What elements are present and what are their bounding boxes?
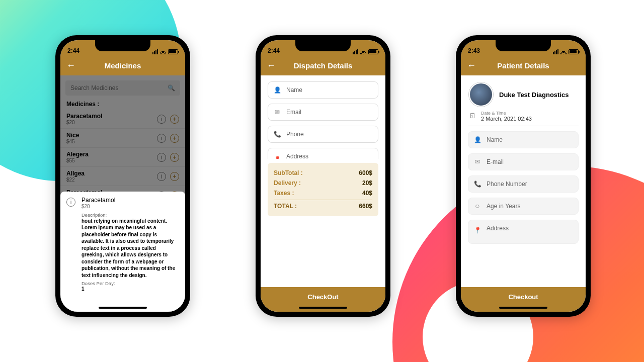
delivery-label: Delivery :	[274, 179, 301, 187]
description-label: Description:	[82, 212, 179, 218]
phone-icon: 📞	[473, 180, 481, 188]
taxes-label: Taxes :	[274, 190, 294, 197]
battery-icon	[569, 49, 579, 54]
wifi-icon	[560, 49, 567, 54]
phone-patient: 2:43 ← Patient Details Duke Test Diagnos…	[456, 35, 591, 317]
back-icon[interactable]: ←	[267, 61, 276, 70]
phone-field[interactable]: 📞Phone Number	[468, 175, 579, 193]
mail-icon: ✉	[273, 109, 281, 116]
delivery-value: 20$	[362, 179, 372, 187]
detail-price: $20	[82, 204, 179, 209]
email-field[interactable]: ✉E-mail	[468, 153, 579, 170]
status-time: 2:43	[468, 47, 480, 54]
age-field[interactable]: ☺Age in Years	[468, 198, 579, 215]
home-indicator	[299, 307, 347, 309]
address-field[interactable]: 📍Address	[268, 148, 378, 159]
email-field[interactable]: ✉Email	[268, 104, 378, 121]
page-title: Patient Details	[461, 61, 586, 70]
datetime-label: Date & Time	[481, 111, 532, 116]
org-header: Duke Test Diagnostics	[461, 75, 586, 111]
wifi-icon	[160, 49, 166, 54]
divider	[468, 126, 579, 126]
name-field[interactable]: 👤Name	[268, 81, 378, 99]
signal-icon	[553, 49, 558, 54]
avatar	[469, 82, 493, 107]
home-indicator	[499, 307, 547, 309]
back-icon[interactable]: ←	[467, 61, 476, 70]
page-title: Dispatch Details	[261, 61, 385, 70]
location-icon: 📍	[473, 227, 481, 234]
device-notch	[295, 40, 351, 51]
doses-value: 1	[82, 286, 179, 292]
battery-icon	[168, 49, 178, 54]
datetime-row: 🗓 Date & Time 2 March, 2021 02:43	[461, 111, 586, 124]
phone-dispatch: 2:44 ← Dispatch Details 👤Name ✉Email	[256, 35, 390, 317]
total-value: 660$	[359, 203, 372, 210]
device-notch	[496, 40, 551, 51]
page-title: Medicines	[60, 61, 185, 70]
total-label: TOTAL :	[274, 203, 297, 210]
datetime-value: 2 March, 2021 02:43	[481, 116, 532, 122]
detail-name: Paracetamol	[82, 197, 179, 204]
wifi-icon	[360, 49, 366, 54]
app-header: ← Dispatch Details	[261, 55, 385, 75]
home-indicator	[99, 307, 147, 309]
person-icon: 👤	[273, 86, 281, 94]
location-icon: 📍	[273, 156, 281, 159]
phone-field[interactable]: 📞Phone	[268, 126, 378, 143]
calendar-icon: 🗓	[469, 112, 476, 120]
description-text: hout relying on meaningful content. Lore…	[82, 218, 179, 279]
info-icon: i	[66, 198, 75, 207]
device-notch	[95, 40, 150, 51]
app-header: ← Patient Details	[461, 55, 586, 75]
phone-medicines: 2:44 ← Medicines 🔍 Medicines	[55, 35, 190, 317]
taxes-value: 40$	[362, 190, 372, 197]
medicine-detail-sheet: i Paracetamol $20 Description: hout rely…	[60, 192, 185, 312]
smile-icon: ☺	[473, 203, 481, 210]
back-icon[interactable]: ←	[66, 61, 75, 70]
battery-icon	[368, 49, 378, 54]
subtotal-label: SubTotal :	[274, 169, 303, 176]
mail-icon: ✉	[473, 158, 481, 165]
phone-icon: 📞	[273, 131, 281, 138]
address-field[interactable]: 📍Address	[468, 220, 579, 244]
doses-label: Doses Per Day:	[82, 281, 179, 286]
status-time: 2:44	[67, 47, 79, 54]
totals-box: SubTotal :600$ Delivery :20$ Taxes :40$ …	[268, 163, 378, 216]
person-icon: 👤	[473, 136, 481, 143]
status-time: 2:44	[268, 47, 280, 54]
signal-icon	[353, 49, 358, 54]
showcase: 2:44 ← Medicines 🔍 Medicines	[0, 0, 644, 362]
signal-icon	[152, 49, 158, 54]
org-name: Duke Test Diagnostics	[499, 91, 569, 99]
name-field[interactable]: 👤Name	[468, 131, 579, 148]
subtotal-value: 600$	[359, 169, 372, 176]
app-header: ← Medicines	[60, 55, 185, 75]
